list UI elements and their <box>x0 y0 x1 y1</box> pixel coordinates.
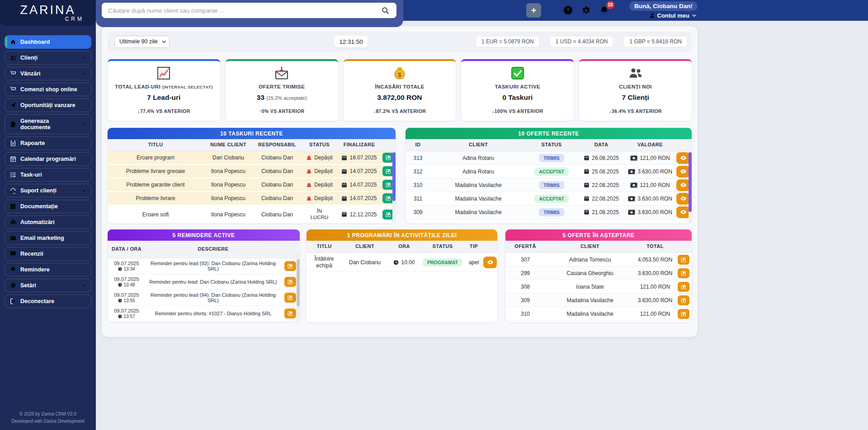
sidebar-item-label: Documentație <box>20 203 58 210</box>
sidebar-item-recenzii[interactable]: Recenzii <box>5 247 91 261</box>
sidebar-item-taskuri[interactable]: Task-uri <box>5 168 91 182</box>
money-icon <box>628 169 635 174</box>
sidebar-item-setari[interactable]: Setări <box>5 279 91 292</box>
edit-offer-button[interactable] <box>678 268 689 278</box>
view-offer-button[interactable] <box>676 206 690 218</box>
sidebar-item-label: Vânzări <box>20 70 40 77</box>
money-icon <box>630 155 637 161</box>
view-offer-button[interactable] <box>676 193 690 205</box>
sidebar-item-calendar[interactable]: Calendar programări <box>5 152 91 166</box>
tasks-panel: 10 TASKURI RECENTE TITLU NUME CLIENT RES… <box>108 128 396 223</box>
sidebar-footer: © 2025 by Zarina CRM V2.0 Developed with… <box>0 411 96 425</box>
table-row: 307 Adriana Tomescu 4.053,50 RON <box>505 253 692 266</box>
sidebar-item-deconectare[interactable]: Deconectare <box>5 294 91 308</box>
account-menu[interactable]: Contul meu <box>649 12 698 19</box>
calendar-icon <box>10 156 16 162</box>
stat-delta: ↓36.4% VS ANTERIOR <box>579 108 692 114</box>
edit-icon <box>386 168 391 174</box>
table-row: 09.07.202513:57 Reminder pentru oferta: … <box>108 306 300 322</box>
zarina-crm-app: ZARINA CRM Dashboard Clienți Vânzări Com… <box>0 0 868 430</box>
calendar-icon <box>584 182 590 188</box>
edit-icon <box>386 212 391 217</box>
edit-offer-button[interactable] <box>678 255 689 265</box>
eye-icon <box>487 259 494 266</box>
sidebar-item-vanzari[interactable]: Vânzări <box>5 67 91 80</box>
sidebar-item-clienti[interactable]: Clienți <box>5 51 91 65</box>
chevron-down-icon <box>692 13 697 18</box>
account-menu-label: Contul meu <box>657 12 690 19</box>
search-icon[interactable] <box>382 7 389 14</box>
stat-label: ÎNCASĂRI TOTALE <box>344 84 456 89</box>
stat-delta: ↓87.2% VS ANTERIOR <box>344 108 456 114</box>
view-offer-button[interactable] <box>676 179 690 191</box>
edit-offer-button[interactable] <box>678 282 689 292</box>
status-badge: TRIMIS <box>539 208 564 216</box>
stat-value: 7 Clienți <box>579 93 692 102</box>
sidebar-item-label: Email marketing <box>20 235 64 241</box>
footer-copyright: © 2025 by Zarina CRM V2.0 <box>0 411 96 418</box>
stat-label: CLIENȚI NOI <box>579 84 692 89</box>
footer-developed: Developed with Zarina Development <box>0 418 96 425</box>
view-offer-button[interactable] <box>676 152 690 164</box>
scrollbar-thumb[interactable] <box>392 152 396 201</box>
edit-reminder-button[interactable] <box>284 293 296 303</box>
sidebar: ZARINA CRM Dashboard Clienți Vânzări Com… <box>0 0 96 430</box>
stat-delta: ↓100% VS ANTERIOR <box>461 108 574 114</box>
eye-icon <box>680 209 687 215</box>
date-range-select[interactable]: Ultimele 90 zile <box>114 36 170 48</box>
quick-add-button[interactable]: + <box>526 3 541 18</box>
file-icon <box>10 121 16 127</box>
notifications-button[interactable]: 10 <box>599 5 610 16</box>
stat-delta: ↓77.4% VS ANTERIOR <box>108 108 220 114</box>
app-logo[interactable]: ZARINA CRM <box>0 0 96 26</box>
rate-eur: 1 EUR = 5.0879 RON <box>476 36 540 47</box>
edit-reminder-button[interactable] <box>284 277 296 287</box>
tasks-panel-title: 10 TASKURI RECENTE <box>108 128 396 139</box>
caret-right-icon <box>82 189 86 193</box>
sidebar-item-rapoarte[interactable]: Rapoarte <box>5 136 91 150</box>
table-row: 299 Casiana Gheorghiu 3.630,00 RON <box>505 266 692 280</box>
sidebar-item-label: Oportunități vanzare <box>20 102 75 108</box>
sidebar-item-suport[interactable]: Suport clienți <box>5 184 91 197</box>
siren-icon <box>306 168 312 174</box>
scrollbar-thumb[interactable] <box>297 259 300 306</box>
edit-reminder-button[interactable] <box>284 261 296 271</box>
settings-icon[interactable] <box>581 5 591 15</box>
edit-reminder-button[interactable] <box>284 308 296 318</box>
help-icon[interactable] <box>563 5 573 15</box>
eye-icon <box>680 154 687 161</box>
person-icon <box>649 13 655 19</box>
edit-icon <box>681 271 686 276</box>
view-appointment-button[interactable] <box>483 257 497 268</box>
view-offer-button[interactable] <box>676 166 690 178</box>
status-badge: TRIMIS <box>539 181 564 189</box>
edit-offer-button[interactable] <box>678 309 689 319</box>
calendar-icon <box>341 182 347 188</box>
sidebar-item-oportunitati[interactable]: Oportunități vanzare <box>5 98 91 112</box>
clock-icon <box>118 283 122 287</box>
sidebar-item-email-marketing[interactable]: Email marketing <box>5 231 91 245</box>
sidebar-item-dashboard[interactable]: Dashboard <box>5 35 91 49</box>
table-row: Probleme livrare Ilona Popescu Ciobanu D… <box>108 192 396 206</box>
edit-offer-button[interactable] <box>678 295 689 305</box>
money-icon <box>630 182 637 188</box>
stat-card-total-leads: TOTAL LEAD-URI (INTERVAL SELECTAT) 7 Lea… <box>108 59 220 121</box>
table-row: 09.07.202513:48 Reminder pentru lead: Da… <box>108 274 300 290</box>
stat-card-oferte-trimise: OFERTE TRIMISE 33 (15.2% acceptate) ↑0% … <box>226 59 338 121</box>
pending-offers-panel: 5 OFERTE ÎN AȘTEPTARE OFERTĂ CLIENT TOTA… <box>505 229 692 322</box>
sidebar-item-genereaza-documente[interactable]: Genereaza documente <box>5 114 91 134</box>
stat-label: OFERTE TRIMISE <box>226 84 338 89</box>
money-icon <box>628 210 635 215</box>
sidebar-item-label: Deconectare <box>20 298 54 304</box>
stat-value: 7 Lead-uri <box>108 93 220 102</box>
sidebar-item-label: Rapoarte <box>20 140 45 146</box>
sidebar-item-documentatie[interactable]: Documentație <box>5 200 91 213</box>
sidebar-item-remindere[interactable]: Remindere <box>5 263 91 276</box>
scrollbar-thumb[interactable] <box>689 152 692 212</box>
sidebar-item-automatizari[interactable]: Automatizări <box>5 215 91 229</box>
caret-right-icon <box>82 122 86 126</box>
people-icon <box>628 66 643 80</box>
table-row: 09.07.202513:34 Reminder pentru lead (93… <box>108 258 300 274</box>
sidebar-item-comenzi-shop[interactable]: Comenzi shop online <box>5 83 91 96</box>
search-input[interactable] <box>102 3 396 18</box>
